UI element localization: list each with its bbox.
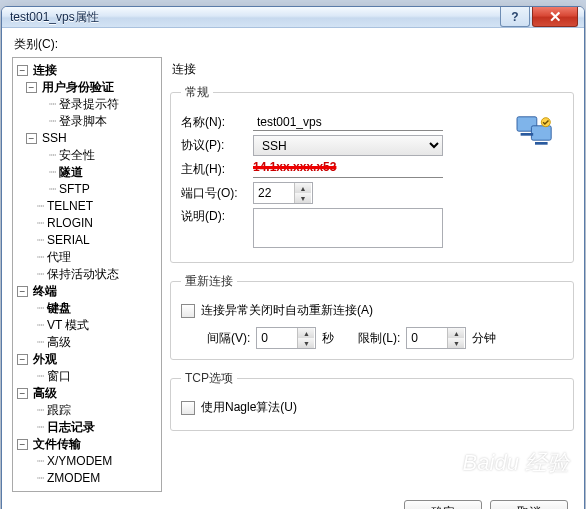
tree-ssh-tunnel[interactable]: 隧道 bbox=[59, 164, 83, 181]
category-tree[interactable]: −连接 −用户身份验证 ┈登录提示符 ┈登录脚本 −SSH ┈安全性 bbox=[12, 57, 162, 492]
chevron-up-icon[interactable]: ▲ bbox=[297, 328, 314, 338]
minutes-label: 分钟 bbox=[472, 330, 496, 347]
interval-input[interactable] bbox=[257, 328, 297, 348]
nagle-label: 使用Nagle算法(U) bbox=[201, 399, 297, 416]
collapse-icon[interactable]: − bbox=[17, 388, 28, 399]
reconnect-legend: 重新连接 bbox=[181, 273, 237, 290]
window-title: test001_vps属性 bbox=[10, 9, 99, 26]
svg-rect-2 bbox=[521, 133, 534, 136]
tcp-group: TCP选项 使用Nagle算法(U) bbox=[170, 370, 574, 431]
settings-panel: 连接 常规 名称(N): 协议(P): SSH bbox=[170, 57, 574, 492]
chevron-down-icon[interactable]: ▼ bbox=[447, 338, 464, 348]
collapse-icon[interactable]: − bbox=[17, 439, 28, 450]
port-label: 端口号(O): bbox=[181, 185, 253, 202]
chevron-down-icon[interactable]: ▼ bbox=[297, 338, 314, 348]
help-button[interactable]: ? bbox=[500, 7, 530, 27]
seconds-label: 秒 bbox=[322, 330, 334, 347]
collapse-icon[interactable]: − bbox=[26, 82, 37, 93]
chevron-up-icon[interactable]: ▲ bbox=[294, 183, 311, 193]
titlebar[interactable]: test001_vps属性 ? ✕ bbox=[2, 7, 584, 28]
tree-auth[interactable]: 用户身份验证 bbox=[42, 79, 114, 96]
tree-keepalive[interactable]: 保持活动状态 bbox=[47, 266, 119, 283]
tree-proxy[interactable]: 代理 bbox=[47, 249, 71, 266]
cancel-button[interactable]: 取消 bbox=[490, 500, 568, 509]
collapse-icon[interactable]: − bbox=[17, 65, 28, 76]
reconnect-group: 重新连接 连接异常关闭时自动重新连接(A) 间隔(V): ▲▼ 秒 bbox=[170, 273, 574, 360]
tree-zmodem[interactable]: ZMODEM bbox=[47, 470, 100, 487]
tree-xymodem[interactable]: X/YMODEM bbox=[47, 453, 112, 470]
tree-vt[interactable]: VT 模式 bbox=[47, 317, 89, 334]
interval-label: 间隔(V): bbox=[207, 330, 250, 347]
tree-terminal-adv[interactable]: 高级 bbox=[47, 334, 71, 351]
name-label: 名称(N): bbox=[181, 114, 253, 131]
tree-rlogin[interactable]: RLOGIN bbox=[47, 215, 93, 232]
collapse-icon[interactable]: − bbox=[17, 286, 28, 297]
protocol-label: 协议(P): bbox=[181, 137, 253, 154]
tree-terminal[interactable]: 终端 bbox=[33, 283, 57, 300]
limit-spinner[interactable]: ▲▼ bbox=[406, 327, 466, 349]
port-input[interactable] bbox=[254, 183, 294, 203]
host-label: 主机(H): bbox=[181, 161, 253, 178]
tree-ssh[interactable]: SSH bbox=[42, 130, 67, 147]
name-input[interactable] bbox=[253, 113, 443, 131]
category-label: 类别(C): bbox=[14, 36, 574, 53]
close-button[interactable]: ✕ bbox=[532, 7, 578, 27]
limit-label: 限制(L): bbox=[358, 330, 400, 347]
tcp-legend: TCP选项 bbox=[181, 370, 237, 387]
dialog-window: test001_vps属性 ? ✕ 类别(C): −连接 −用户身份验证 ┈登录… bbox=[1, 6, 585, 509]
tree-ssh-security[interactable]: 安全性 bbox=[59, 147, 95, 164]
collapse-icon[interactable]: − bbox=[26, 133, 37, 144]
reconnect-label: 连接异常关闭时自动重新连接(A) bbox=[201, 302, 373, 319]
svg-rect-1 bbox=[531, 126, 551, 140]
collapse-icon[interactable]: − bbox=[17, 354, 28, 365]
port-spinner[interactable]: ▲▼ bbox=[253, 182, 313, 204]
tree-log[interactable]: 日志记录 bbox=[47, 419, 95, 436]
tree-filetransfer[interactable]: 文件传输 bbox=[33, 436, 81, 453]
reconnect-checkbox[interactable] bbox=[181, 304, 195, 318]
tree-serial[interactable]: SERIAL bbox=[47, 232, 90, 249]
interval-spinner[interactable]: ▲▼ bbox=[256, 327, 316, 349]
tree-trace[interactable]: 跟踪 bbox=[47, 402, 71, 419]
tree-appearance[interactable]: 外观 bbox=[33, 351, 57, 368]
svg-rect-3 bbox=[535, 142, 548, 145]
protocol-select[interactable]: SSH bbox=[253, 135, 443, 156]
tree-keyboard[interactable]: 键盘 bbox=[47, 300, 71, 317]
description-input[interactable] bbox=[253, 208, 443, 248]
general-legend: 常规 bbox=[181, 84, 213, 101]
tree-advanced[interactable]: 高级 bbox=[33, 385, 57, 402]
desc-label: 说明(D): bbox=[181, 208, 253, 225]
chevron-up-icon[interactable]: ▲ bbox=[447, 328, 464, 338]
ok-button[interactable]: 确定 bbox=[404, 500, 482, 509]
tree-telnet[interactable]: TELNET bbox=[47, 198, 93, 215]
limit-input[interactable] bbox=[407, 328, 447, 348]
chevron-down-icon[interactable]: ▼ bbox=[294, 193, 311, 203]
tree-connection[interactable]: 连接 bbox=[33, 62, 57, 79]
tree-login-script[interactable]: 登录脚本 bbox=[59, 113, 107, 130]
close-icon: ✕ bbox=[549, 9, 562, 24]
tree-login-prompt[interactable]: 登录提示符 bbox=[59, 96, 119, 113]
general-group: 常规 名称(N): 协议(P): SSH bbox=[170, 84, 574, 263]
panel-title: 连接 bbox=[170, 57, 574, 82]
tree-ssh-sftp[interactable]: SFTP bbox=[59, 181, 90, 198]
tree-window[interactable]: 窗口 bbox=[47, 368, 71, 385]
host-input[interactable]: 14.1xx.xxx.x53 bbox=[253, 160, 443, 178]
nagle-checkbox[interactable] bbox=[181, 401, 195, 415]
monitors-icon bbox=[515, 115, 555, 151]
